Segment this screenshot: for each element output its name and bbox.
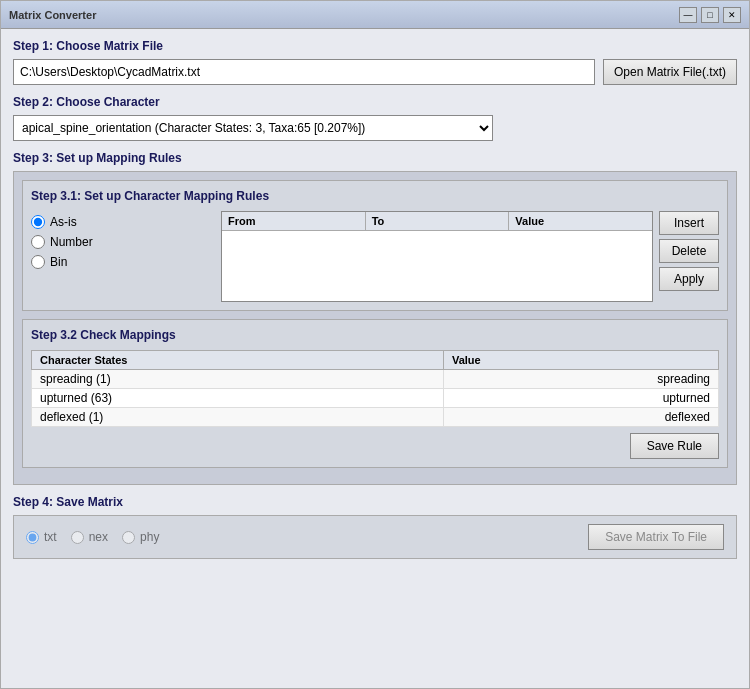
main-content: Step 1: Choose Matrix File Open Matrix F… [1, 29, 749, 688]
radio-col: As-is Number Bin [31, 211, 211, 269]
check-bottom: Save Rule [31, 433, 719, 459]
open-matrix-button[interactable]: Open Matrix File(.txt) [603, 59, 737, 85]
save-rule-button[interactable]: Save Rule [630, 433, 719, 459]
step4-panel: txt nex phy Save Matrix To File [13, 515, 737, 559]
mapping-table-header: From To Value [222, 212, 652, 231]
radio-txt-label: txt [44, 530, 57, 544]
format-radio-group: txt nex phy [26, 530, 159, 544]
step4-label: Step 4: Save Matrix [13, 495, 737, 509]
step3-1-panel: Step 3.1: Set up Character Mapping Rules… [22, 180, 728, 311]
window-title: Matrix Converter [9, 9, 96, 21]
step2-label: Step 2: Choose Character [13, 95, 737, 109]
character-select-row: apical_spine_orientation (Character Stat… [13, 115, 737, 141]
radio-as-is[interactable]: As-is [31, 215, 211, 229]
main-window: Matrix Converter — □ ✕ Step 1: Choose Ma… [0, 0, 750, 689]
radio-phy[interactable]: phy [122, 530, 159, 544]
radio-txt[interactable]: txt [26, 530, 57, 544]
char-state-cell: spreading (1) [32, 370, 444, 389]
save-matrix-button[interactable]: Save Matrix To File [588, 524, 724, 550]
col-from: From [222, 212, 366, 230]
mapping-table: From To Value [221, 211, 653, 302]
check-mappings-table: Character States Value spreading (1) spr… [31, 350, 719, 427]
character-select[interactable]: apical_spine_orientation (Character Stat… [13, 115, 493, 141]
file-row: Open Matrix File(.txt) [13, 59, 737, 85]
radio-bin[interactable]: Bin [31, 255, 211, 269]
table-row: upturned (63) upturned [32, 389, 719, 408]
step3-1-label: Step 3.1: Set up Character Mapping Rules [31, 189, 719, 203]
col-value: Value [443, 351, 718, 370]
insert-button[interactable]: Insert [659, 211, 719, 235]
col-char-states: Character States [32, 351, 444, 370]
restore-button[interactable]: □ [701, 7, 719, 23]
apply-button[interactable]: Apply [659, 267, 719, 291]
step3-2-label: Step 3.2 Check Mappings [31, 328, 719, 342]
radio-nex-input[interactable] [71, 531, 84, 544]
col-value: Value [509, 212, 652, 230]
minimize-button[interactable]: — [679, 7, 697, 23]
titlebar: Matrix Converter — □ ✕ [1, 1, 749, 29]
col-to: To [366, 212, 510, 230]
value-cell: deflexed [443, 408, 718, 427]
file-path-input[interactable] [13, 59, 595, 85]
step3-panel: Step 3.1: Set up Character Mapping Rules… [13, 171, 737, 485]
radio-bin-input[interactable] [31, 255, 45, 269]
radio-as-is-input[interactable] [31, 215, 45, 229]
mapping-table-area: From To Value Insert Delete Apply [221, 211, 719, 302]
radio-nex[interactable]: nex [71, 530, 108, 544]
radio-nex-label: nex [89, 530, 108, 544]
radio-number[interactable]: Number [31, 235, 211, 249]
radio-as-is-label: As-is [50, 215, 77, 229]
value-cell: upturned [443, 389, 718, 408]
char-state-cell: deflexed (1) [32, 408, 444, 427]
char-state-cell: upturned (63) [32, 389, 444, 408]
close-button[interactable]: ✕ [723, 7, 741, 23]
radio-number-label: Number [50, 235, 93, 249]
mapping-table-body [222, 231, 652, 301]
delete-button[interactable]: Delete [659, 239, 719, 263]
step3-2-panel: Step 3.2 Check Mappings Character States… [22, 319, 728, 468]
step3-label: Step 3: Set up Mapping Rules [13, 151, 737, 165]
step1-label: Step 1: Choose Matrix File [13, 39, 737, 53]
value-cell: spreading [443, 370, 718, 389]
radio-phy-input[interactable] [122, 531, 135, 544]
table-row: deflexed (1) deflexed [32, 408, 719, 427]
window-controls: — □ ✕ [679, 7, 741, 23]
radio-bin-label: Bin [50, 255, 67, 269]
table-row: spreading (1) spreading [32, 370, 719, 389]
radio-number-input[interactable] [31, 235, 45, 249]
radio-phy-label: phy [140, 530, 159, 544]
mapping-area: As-is Number Bin [31, 211, 719, 302]
table-buttons: Insert Delete Apply [659, 211, 719, 302]
radio-txt-input[interactable] [26, 531, 39, 544]
